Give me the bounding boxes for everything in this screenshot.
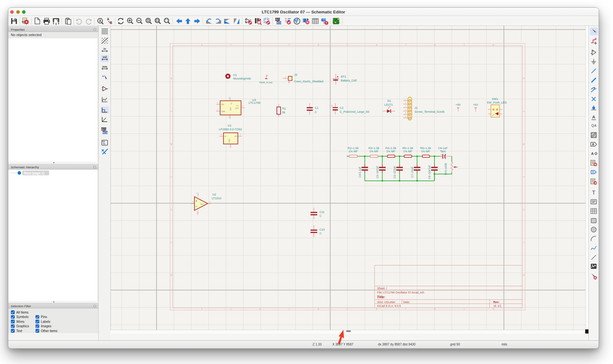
svg-text:GND: GND [221,110,225,112]
svg-text:V+: V+ [231,102,232,105]
svg-text:2: 2 [259,308,261,310]
svg-text:MountingHole: MountingHole [233,77,251,80]
svg-text:Out1: Out1 [200,203,204,205]
svg-text:5: 5 [405,112,406,114]
svg-text:SW_Push_LED: SW_Push_LED [487,101,507,104]
svg-text:3: 3 [318,308,319,310]
svg-text:Q: Q [592,124,594,127]
svg-text:BT1: BT1 [341,75,346,78]
svg-text:B: B [171,143,172,145]
svg-text:mm: mm [102,65,107,68]
svg-text:+9V: +9V [456,103,461,106]
svg-text:C: C [315,110,317,114]
svg-text:Tant: Tant [440,150,446,153]
svg-text:VI: VI [224,135,226,137]
svg-text:2: 2 [229,145,230,147]
svg-text:H1: H1 [233,73,237,77]
svg-text:C9-1uF: C9-1uF [438,147,448,150]
svg-text:4: 4 [405,109,406,110]
svg-text:5: 5 [434,44,435,46]
svg-text:2: 2 [217,109,218,110]
svg-text:C10: C10 [320,228,325,231]
svg-text:6: 6 [209,201,210,203]
svg-text:1% MF: 1% MF [386,150,396,153]
svg-text:6: 6 [405,116,406,118]
svg-text:4: 4 [376,44,377,46]
svg-text:HV21: HV21 [102,132,108,134]
svg-text:7: 7 [196,193,197,194]
svg-text:3: 3 [192,201,193,203]
svg-text:4: 4 [196,212,197,214]
svg-text:U1: U1 [228,124,231,127]
svg-text:C1: C1 [315,106,319,110]
svg-text:R: R [306,21,309,24]
svg-text:C_Polarized_Large_6S: C_Polarized_Large_6S [340,110,369,113]
svg-text:3: 3 [405,105,406,107]
svg-text:5: 5 [434,308,435,310]
svg-text:T: T [592,190,595,196]
svg-text:1: 1 [285,76,286,78]
svg-text:LTC1799: LTC1799 [249,101,260,104]
svg-text:R4=1.5k: R4=1.5k [385,147,396,150]
svg-text:Conn_01x01_Shielded: Conn_01x01_Shielded [294,80,323,83]
svg-text:LP2950-3.0-TO92: LP2950-3.0-TO92 [219,128,242,131]
svg-text:1: 1 [201,44,202,46]
svg-text:R3=1.5k: R3=1.5k [368,147,379,150]
svg-text:3: 3 [228,116,229,118]
svg-text:Title:: Title: [377,295,385,299]
svg-text:A: A [99,19,101,23]
svg-text:A: A [594,124,596,127]
svg-text:Date:: Date: [403,300,410,304]
svg-text:C: C [320,232,322,235]
svg-text:A: A [592,143,594,146]
svg-text:U4: U4 [236,105,238,107]
svg-text:A: A [591,152,594,155]
svg-text:in: in [103,47,106,50]
svg-text:6: 6 [493,44,494,46]
svg-text:1% MF: 1% MF [349,150,358,153]
svg-text:1: 1 [228,97,229,99]
svg-text:GND: GND [228,139,230,143]
svg-text:A: A [107,18,109,21]
svg-text:R6=1.5k: R6=1.5k [420,147,431,150]
svg-text:A: A [592,115,595,119]
svg-text:1% MF: 1% MF [421,150,430,153]
svg-text:D1: D1 [387,99,391,102]
svg-text:LT1010: LT1010 [212,197,221,200]
svg-text:C4-0.1uF: C4-0.1uF [358,167,361,178]
svg-text:+5V: +5V [473,103,478,106]
svg-text:C5-.047uF: C5-.047uF [376,166,379,178]
svg-text:1% MF: 1% MF [403,150,412,153]
svg-text:OUT: OUT [235,107,239,109]
svg-text:A: A [523,77,525,80]
svg-text:1% MF: 1% MF [369,150,379,153]
svg-text:3: 3 [318,44,319,46]
svg-text:RV1-100k: RV1-100k [444,163,447,175]
svg-text:J1: J1 [415,106,418,110]
svg-text:File: LTC1799 Oscillator 07.ki: File: LTC1799 Oscillator 07.kicad_sch [377,291,425,294]
svg-text:J2: J2 [294,73,298,76]
svg-text:4: 4 [376,308,377,310]
svg-text:U4: U4 [252,98,256,102]
svg-text:C: C [320,214,322,217]
svg-text:4: 4 [217,102,218,103]
svg-text:LD271: LD271 [384,103,393,106]
svg-text:C: C [523,209,525,211]
svg-text:Screw_Terminal_01x06: Screw_Terminal_01x06 [415,110,445,113]
svg-text:SET: SET [230,107,231,110]
svg-text:SW1: SW1 [492,97,498,101]
svg-text:R2=1.5k: R2=1.5k [348,147,359,150]
svg-text:Id: 1/1: Id: 1/1 [494,304,502,307]
svg-text:C8-.0047uF: C8-.0047uF [428,165,431,179]
svg-text:PWR_FLAG: PWR_FLAG [259,81,272,84]
svg-text:1: 1 [405,98,406,100]
svg-text:R1: R1 [282,107,286,110]
svg-text:U2: U2 [212,193,216,196]
svg-text:6: 6 [493,308,494,310]
svg-text:5k: 5k [282,111,285,114]
svg-text:VO: VO [234,135,237,137]
svg-text:2: 2 [259,44,261,46]
svg-text:C: C [170,209,172,211]
svg-text:C2: C2 [340,106,344,110]
svg-text:HV21: HV21 [276,22,282,24]
